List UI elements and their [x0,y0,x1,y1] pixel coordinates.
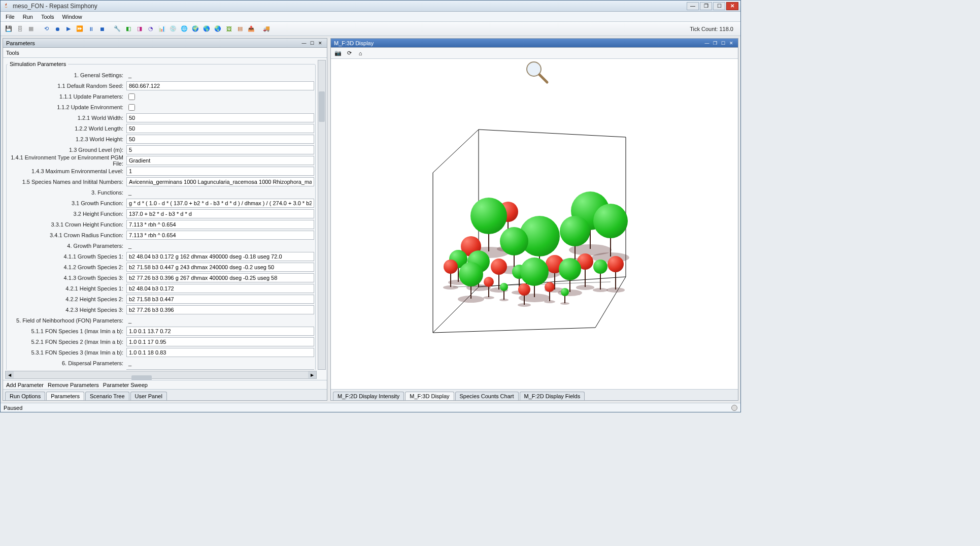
horizontal-scrollbar[interactable]: ◀ ▶ [5,371,317,379]
param-checkbox[interactable] [128,104,135,111]
param-text: _ [126,317,314,324]
table-icon[interactable]: ▤ [235,24,245,34]
param-input[interactable] [126,327,314,336]
param-input[interactable] [126,167,314,176]
export-icon[interactable]: 📤 [246,24,256,34]
chart-icon[interactable]: 📊 [157,24,167,34]
add-parameter-button[interactable]: Add Parameter [6,382,44,388]
restore-button[interactable]: ❐ [700,2,712,10]
image-icon[interactable]: 🖼 [224,24,234,34]
param-input[interactable] [126,284,314,293]
param-checkbox[interactable] [128,93,135,100]
home-icon[interactable]: ⌂ [356,49,364,57]
param-input[interactable] [126,177,314,186]
tree-crown [520,258,549,286]
param-label: 4.1.2 Growth Species 2: [8,264,126,270]
remove-parameters-button[interactable]: Remove Parameters [48,382,99,388]
menu-file[interactable]: File [3,13,18,21]
param-input[interactable] [126,305,314,314]
grid-icon[interactable]: ▦ [26,24,36,34]
param-input[interactable] [126,135,314,144]
globe3-icon[interactable]: 🌎 [201,24,212,34]
scroll-right-icon[interactable]: ▶ [308,371,316,378]
palette2-icon[interactable]: ◨ [134,24,145,34]
param-label: 4.2.1 Height Species 1: [8,285,126,292]
param-label: 3. Functions: [8,189,126,196]
globe1-icon[interactable]: 🌐 [179,24,189,34]
camera-icon[interactable]: 📷 [334,49,342,57]
param-input[interactable] [126,113,314,122]
param-row: 4.2.3 Height Species 3: [8,305,314,315]
scroll-left-icon[interactable]: ◀ [6,371,14,378]
param-row: 1.1.2 Update Environment: [8,102,314,112]
3d-scene [423,114,646,358]
param-input[interactable] [126,369,314,370]
tree-crown [500,227,528,255]
param-input[interactable] [126,145,314,154]
param-input[interactable] [126,124,314,133]
stop-icon[interactable]: ⏹ [97,24,107,34]
tab-scenario-tree[interactable]: Scenario Tree [85,392,129,400]
pause-icon[interactable]: ⏸ [86,24,96,34]
param-input[interactable] [126,231,314,240]
panel-restore-icon[interactable]: ❐ [712,40,719,46]
panel-minimize-icon[interactable]: — [300,40,308,46]
parameter-sweep-button[interactable]: Parameter Sweep [103,382,148,388]
param-input[interactable] [126,348,314,357]
parameters-scroll[interactable]: Simulation Parameters 1. General Setting… [5,60,317,370]
globe4-icon[interactable]: 🌏 [213,24,223,34]
menu-run[interactable]: Run [20,13,36,21]
truck-icon[interactable]: 🚚 [261,24,272,34]
tab-m_f-2d-display-intensity[interactable]: M_F:2D Display Intensity [333,392,404,400]
param-input[interactable] [126,220,314,229]
minimize-button[interactable]: — [687,2,699,10]
param-input[interactable] [126,295,314,304]
disc-icon[interactable]: 💿 [168,24,178,34]
database-icon[interactable]: 🗄 [15,24,25,34]
panel-close-icon[interactable]: ✕ [728,40,735,46]
menu-window[interactable]: Window [59,13,85,21]
param-input[interactable] [126,81,314,90]
3d-display-area[interactable] [331,59,738,389]
param-input[interactable] [126,337,314,346]
init-icon[interactable]: ⏺ [52,24,62,34]
close-button[interactable]: ✕ [726,2,738,10]
reset-icon[interactable]: ⟲ [41,24,51,34]
param-row: 3.4.1 Crown Radius Function: [8,230,314,240]
param-label: 4. Growth Parameters: [8,243,126,249]
tab-species-counts-chart[interactable]: Species Counts Chart [455,392,519,400]
tree-crown [545,282,555,292]
tab-user-panel[interactable]: User Panel [130,392,167,400]
panel-maximize-icon[interactable]: ☐ [720,40,727,46]
maximize-button[interactable]: ☐ [713,2,725,10]
tab-run-options[interactable]: Run Options [5,392,45,400]
tab-parameters[interactable]: Parameters [46,392,84,400]
step-icon[interactable]: ⏩ [75,24,85,34]
param-input[interactable] [126,263,314,272]
tree-crown [444,260,458,274]
palette1-icon[interactable]: ◧ [123,24,133,34]
param-input[interactable] [126,273,314,282]
menu-tools[interactable]: Tools [38,13,57,21]
save-icon[interactable]: 💾 [4,24,14,34]
pie-icon[interactable]: ◔ [146,24,156,34]
status-text: Paused [4,405,731,411]
tab-m_f-3d-display[interactable]: M_F:3D Display [405,392,454,400]
panel-maximize-icon[interactable]: ☐ [309,40,316,46]
tab-m_f-2d-display-fields[interactable]: M_F:2D Display Fields [520,392,585,400]
param-input[interactable] [126,199,314,208]
play-icon[interactable]: ▶ [63,24,74,34]
param-row: 6.1 1000 Seed Weight (g): [8,369,314,370]
param-input[interactable] [126,156,314,165]
right-tabs: M_F:2D Display IntensityM_F:3D DisplaySp… [331,389,738,400]
wrench-icon[interactable]: 🔧 [112,24,122,34]
panel-minimize-icon[interactable]: — [703,40,711,46]
param-input[interactable] [126,209,314,218]
param-text: _ [126,72,314,78]
param-input[interactable] [126,252,314,261]
globe2-icon[interactable]: 🌍 [190,24,200,34]
tools-menu[interactable]: Tools [3,48,327,58]
vertical-scrollbar[interactable] [318,60,326,370]
refresh-icon[interactable]: ⟳ [345,49,353,57]
panel-close-icon[interactable]: ✕ [317,40,324,46]
